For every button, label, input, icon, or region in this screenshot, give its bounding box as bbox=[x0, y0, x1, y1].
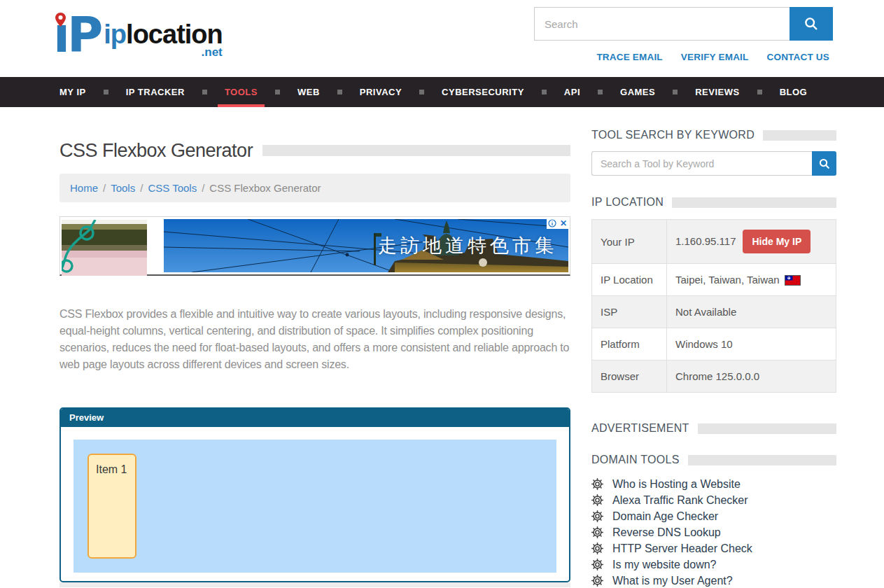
title-decoration-bar bbox=[262, 145, 570, 156]
site-search bbox=[534, 7, 833, 41]
site-header: ıP iplocation .net TRACE EMAIL VERIFY EM… bbox=[0, 0, 884, 77]
advertisement-heading: ADVERTISEMENT bbox=[591, 421, 836, 435]
domain-tools-list: Who is Hosting a Website Alexa Traffic R… bbox=[591, 476, 836, 588]
nav-item-ip-tracker[interactable]: IP TRACKER bbox=[126, 77, 185, 107]
verify-email-link[interactable]: VERIFY EMAIL bbox=[681, 52, 749, 62]
gear-icon bbox=[591, 575, 603, 587]
breadcrumb-home[interactable]: Home bbox=[70, 182, 98, 194]
row-label: Platform bbox=[592, 328, 667, 360]
domain-tools-heading: DOMAIN TOOLS bbox=[591, 453, 836, 467]
domain-tool-link[interactable]: Domain Age Checker bbox=[612, 510, 718, 523]
row-label: Your IP bbox=[592, 220, 667, 264]
nav-item-web[interactable]: WEB bbox=[297, 77, 320, 107]
sidebar: TOOL SEARCH BY KEYWORD IP LOCATION Your … bbox=[591, 107, 836, 588]
nav-separator bbox=[542, 90, 547, 94]
page: ıP iplocation .net TRACE EMAIL VERIFY EM… bbox=[0, 0, 884, 588]
ip-location-heading: IP LOCATION bbox=[591, 195, 836, 209]
row-value: Chrome 125.0.0.0 bbox=[667, 360, 836, 393]
row-label: IP Location bbox=[592, 264, 667, 296]
list-item: Reverse DNS Lookup bbox=[591, 524, 836, 540]
row-value: Taipei, Taiwan, Taiwan bbox=[667, 264, 836, 296]
main-nav: MY IP IP TRACKER TOOLS WEB PRIVACY CYBER… bbox=[0, 77, 884, 107]
adchoices-info-icon[interactable] bbox=[547, 218, 558, 229]
ad-close-icon[interactable]: ✕ bbox=[558, 218, 569, 229]
table-row: IP Location Taipei, Taiwan, Taiwan bbox=[592, 264, 836, 296]
tool-search-heading: TOOL SEARCH BY KEYWORD bbox=[591, 128, 836, 142]
ad-badges: ✕ bbox=[547, 218, 569, 229]
location-pin-icon bbox=[55, 13, 66, 27]
domain-tool-link[interactable]: Who is Hosting a Website bbox=[612, 478, 741, 491]
nav-item-blog[interactable]: BLOG bbox=[780, 77, 808, 107]
nav-separator bbox=[419, 90, 424, 94]
nav-item-my-ip[interactable]: MY IP bbox=[59, 77, 86, 107]
nav-separator bbox=[202, 90, 207, 94]
header-links: TRACE EMAIL VERIFY EMAIL CONTACT US bbox=[596, 52, 829, 62]
heading-decoration-bar bbox=[698, 424, 836, 434]
tool-search bbox=[591, 151, 836, 176]
next-section-strip bbox=[59, 582, 570, 587]
site-logo[interactable]: ıP iplocation .net bbox=[53, 6, 223, 64]
row-label: ISP bbox=[592, 296, 667, 328]
nav-item-reviews[interactable]: REVIEWS bbox=[695, 77, 739, 107]
list-item: Who is Hosting a Website bbox=[591, 476, 836, 492]
tool-search-button[interactable] bbox=[812, 151, 836, 176]
ad-photo-pink-lake bbox=[62, 220, 147, 276]
title-row: CSS Flexbox Generator bbox=[59, 140, 570, 161]
breadcrumb-css-tools[interactable]: CSS Tools bbox=[148, 182, 197, 194]
table-row: Platform Windows 10 bbox=[592, 328, 836, 360]
preview-panel-header: Preview bbox=[61, 409, 569, 427]
breadcrumb: Home/Tools/CSS Tools/CSS Flexbox Generat… bbox=[59, 174, 570, 202]
domain-tool-link[interactable]: HTTP Server Header Check bbox=[612, 542, 752, 555]
domain-tool-link[interactable]: Is my website down? bbox=[612, 559, 717, 571]
flex-preview-container: Item 1 bbox=[73, 440, 556, 573]
heading-decoration-bar bbox=[672, 197, 836, 208]
logo-text: iplocation .net bbox=[104, 21, 222, 64]
gear-icon bbox=[591, 494, 603, 506]
list-item: What is my User Agent? bbox=[591, 573, 836, 588]
nav-separator bbox=[757, 90, 762, 94]
nav-separator bbox=[104, 90, 108, 94]
site-search-input[interactable] bbox=[534, 7, 790, 41]
nav-separator bbox=[598, 90, 603, 94]
ad-banner[interactable]: 走訪地道特色市集 ✕ bbox=[59, 216, 570, 276]
gear-icon bbox=[591, 559, 603, 570]
heading-decoration-bar bbox=[763, 130, 836, 141]
breadcrumb-current: CSS Flexbox Generator bbox=[209, 182, 321, 194]
page-title: CSS Flexbox Generator bbox=[59, 140, 253, 162]
gear-icon bbox=[591, 510, 603, 522]
contact-us-link[interactable]: CONTACT US bbox=[767, 52, 830, 62]
site-search-button[interactable] bbox=[790, 7, 833, 41]
logo-ip: ip bbox=[104, 20, 126, 49]
domain-tool-link[interactable]: What is my User Agent? bbox=[612, 575, 733, 587]
search-icon bbox=[819, 158, 830, 169]
list-item: Domain Age Checker bbox=[591, 508, 836, 524]
main-column: CSS Flexbox Generator Home/Tools/CSS Too… bbox=[59, 107, 570, 588]
logo-location: location bbox=[126, 20, 223, 49]
row-value: Windows 10 bbox=[667, 328, 836, 360]
nav-item-cybersecurity[interactable]: CYBERSECURITY bbox=[442, 77, 524, 107]
list-item: Is my website down? bbox=[591, 556, 836, 573]
list-item: HTTP Server Header Check bbox=[591, 540, 836, 556]
gear-icon bbox=[591, 478, 603, 490]
ip-location-table: Your IP 1.160.95.117Hide My IP IP Locati… bbox=[591, 219, 836, 393]
tool-search-input[interactable] bbox=[591, 151, 812, 176]
row-value: Not Available bbox=[667, 296, 836, 328]
nav-item-api[interactable]: API bbox=[564, 77, 580, 107]
ad-photo-building bbox=[164, 219, 568, 272]
search-icon bbox=[804, 17, 818, 31]
trace-email-link[interactable]: TRACE EMAIL bbox=[596, 52, 662, 62]
nav-item-tools[interactable]: TOOLS bbox=[225, 77, 258, 107]
nav-item-privacy[interactable]: PRIVACY bbox=[360, 77, 402, 107]
hide-my-ip-button[interactable]: Hide My IP bbox=[743, 230, 811, 253]
preview-panel-body: Item 1 bbox=[61, 427, 569, 582]
domain-tool-link[interactable]: Alexa Traffic Rank Checker bbox=[612, 494, 748, 507]
nav-separator bbox=[337, 90, 342, 94]
table-row: ISP Not Available bbox=[592, 296, 836, 328]
row-value: 1.160.95.117Hide My IP bbox=[667, 220, 836, 264]
breadcrumb-tools[interactable]: Tools bbox=[111, 182, 135, 194]
domain-tool-link[interactable]: Reverse DNS Lookup bbox=[612, 526, 721, 539]
gear-icon bbox=[591, 526, 603, 538]
content: CSS Flexbox Generator Home/Tools/CSS Too… bbox=[0, 107, 884, 588]
intro-paragraph: CSS Flexbox provides a flexible and intu… bbox=[59, 306, 570, 373]
nav-item-games[interactable]: GAMES bbox=[620, 77, 655, 107]
